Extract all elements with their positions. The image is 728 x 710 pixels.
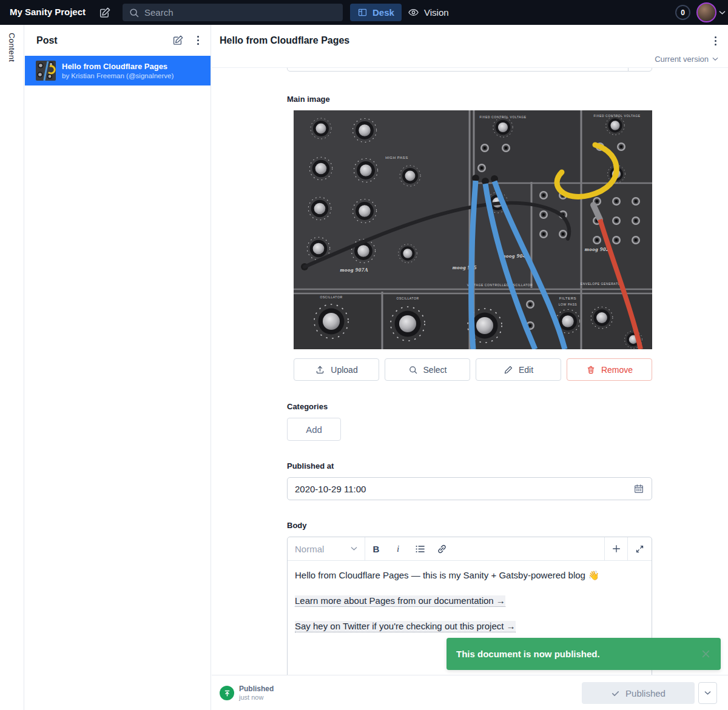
search-icon [408,365,418,375]
version-label: Current version [655,55,709,64]
new-document-button[interactable] [97,5,113,21]
tab-desk-label: Desk [372,7,394,18]
body-label: Body [287,521,307,530]
desk-icon [357,7,368,18]
image-actions: Upload Select Edit [294,358,652,381]
fullscreen-button[interactable] [627,537,652,560]
compose-icon [99,7,111,19]
create-post-button[interactable] [172,35,184,46]
navbar: My Sanity Project Desk Vision 0 [0,0,728,25]
close-icon[interactable] [701,649,711,659]
italic-button[interactable]: i [387,537,409,560]
add-category-button[interactable]: Add [287,418,341,441]
toast-message: This document is now published. [456,649,600,659]
tool-tab-content[interactable]: Content [7,33,16,62]
check-icon [611,689,620,698]
document-header: Hello from Cloudflare Pages Current vers… [212,25,728,68]
document-form: Main image [212,68,728,675]
edit-button[interactable]: Edit [476,358,561,381]
calendar-icon[interactable] [633,483,644,494]
wave-emoji: 👋 [588,570,599,580]
tab-vision-label: Vision [424,7,449,18]
publish-status-text: Published [239,685,274,693]
photo-label-oscillator-2: OSCILLATOR [396,296,419,300]
bold-button[interactable]: B [365,537,387,560]
pane-menu-button[interactable] [194,33,203,47]
project-title: My Sanity Project [10,7,86,17]
publish-status-icon [220,686,234,700]
document-footer: Published just now Published [212,675,728,710]
tab-vision[interactable]: Vision [400,4,456,21]
photo-label-filters: FILTERS [559,296,576,300]
photo-label-vco: VOLTAGE CONTROLLED OSCILLATOR [467,283,533,287]
upload-button[interactable]: Upload [294,358,379,381]
published-at-field [287,477,652,500]
pane-header: Post [25,25,211,56]
publish-button[interactable]: Published [582,682,695,704]
main-image-preview[interactable]: FIXED CONTROL VOLTAGE FIXED CONTROL VOLT… [294,110,652,349]
slug-field-fragment[interactable] [287,68,652,72]
search-bar [123,4,343,21]
list-item-subtitle: by Kristian Freeman (@signalnerve) [62,72,174,79]
upload-label: Upload [331,365,357,375]
categories-label: Categories [287,402,328,411]
chevron-down-icon[interactable] [719,10,726,15]
sanity-studio: My Sanity Project Desk Vision 0 [0,0,728,710]
body-paragraph: Say hey on Twitter if you're checking ou… [295,620,644,633]
pane-title: Post [36,35,58,46]
trash-icon [586,365,596,375]
chevron-down-icon [712,57,718,61]
body-paragraph: Hello from Cloudflare Pages — this is my… [295,569,644,582]
document-title: Hello from Cloudflare Pages [220,35,349,46]
publish-button-label: Published [625,688,666,698]
edit-label: Edit [519,365,533,375]
publish-time-text: just now [239,694,263,701]
photo-label-high-pass: HIGH PASS [385,156,408,159]
editor-toolbar: Normal B i [288,537,652,561]
tab-desk[interactable]: Desk [350,4,402,21]
chevron-down-icon [351,546,357,551]
search-icon [129,7,140,18]
document-pane: Hello from Cloudflare Pages Current vers… [212,25,728,710]
bullet-list-button[interactable] [409,537,431,560]
upload-icon [315,364,325,375]
toast-notification: This document is now published. [447,638,721,670]
photo-label-moog-902: moog 902 [585,246,609,252]
photo-label-low-pass: LOW PASS [559,303,578,306]
published-at-label: Published at [287,461,334,471]
photo-label-envelope: ENVELOPE GENERATOR [581,282,623,286]
body-link-docs[interactable]: Learn more about Pages from our document… [295,595,505,607]
version-selector[interactable]: Current version [655,55,718,64]
published-at-input[interactable] [295,484,633,494]
list-item[interactable]: Hello from Cloudflare Pages by Kristian … [25,56,211,85]
photo-label-moog-907a: moog 907A [340,267,369,273]
document-list-pane: Post Hello from Cloudflare Pages by Kris… [25,25,211,710]
body-link-twitter[interactable]: Say hey on Twitter if you're checking ou… [295,621,516,632]
eye-icon [408,7,419,18]
insert-block-button[interactable] [604,537,627,560]
body-paragraph: Learn more about Pages from our document… [295,594,644,608]
publish-menu-button[interactable] [698,682,717,704]
presence-badge[interactable]: 0 [675,5,690,20]
select-button[interactable]: Select [385,358,470,381]
synthesizer-photo: FIXED CONTROL VOLTAGE FIXED CONTROL VOLT… [294,110,652,349]
photo-label-fixed-cv-2: FIXED CONTROL VOLTAGE [593,114,640,118]
block-style-value: Normal [295,544,324,554]
select-label: Select [423,365,447,375]
remove-button[interactable]: Remove [567,358,652,381]
document-menu-button[interactable] [711,34,720,48]
list-item-title: Hello from Cloudflare Pages [62,62,174,71]
tool-rail: Content [0,25,24,710]
main-image-label: Main image [287,95,330,104]
photo-label-oscillator-1: OSCILLATOR [320,295,342,299]
post-thumbnail [36,61,56,81]
photo-label-fixed-cv-1: FIXED CONTROL VOLTAGE [479,115,526,119]
avatar[interactable] [696,2,716,22]
pencil-icon [504,365,513,375]
search-input[interactable] [144,7,337,18]
presence-count: 0 [681,8,685,17]
remove-label: Remove [601,365,633,375]
block-style-select[interactable]: Normal [288,537,365,560]
link-button[interactable] [431,537,453,560]
